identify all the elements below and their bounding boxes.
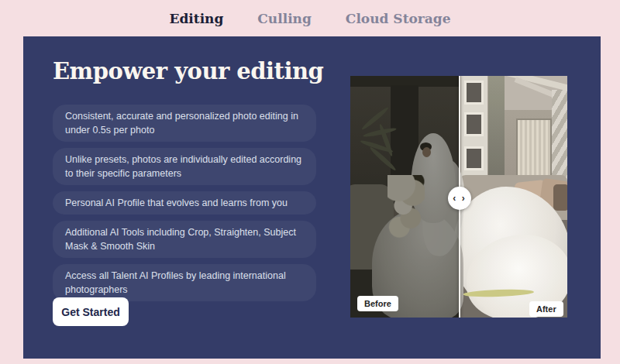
screen: { "colors": { "page_background": "#f5dfe… (0, 0, 620, 364)
feature-pill-ai-tools: Additional AI Tools including Crop, Stra… (53, 221, 316, 258)
hero-panel: Empower your editing Consistent, accurat… (23, 36, 601, 359)
feature-pill-individual-edits: Unlike presets, photos are individually … (53, 148, 316, 185)
before-badge: Before (357, 296, 398, 311)
before-dark-overlay (350, 76, 460, 318)
slider-handle[interactable]: ‹ › (448, 187, 471, 210)
page-title: Empower your editing (53, 58, 323, 84)
tab-editing[interactable]: Editing (169, 11, 223, 26)
get-started-button[interactable]: Get Started (53, 297, 129, 326)
top-navigation: Editing Culling Cloud Storage (0, 0, 620, 36)
before-after-comparison: ‹ › Before After (350, 76, 567, 318)
tab-culling[interactable]: Culling (257, 11, 312, 26)
feature-pill-talent-profiles: Access all Talent AI Profiles by leading… (53, 264, 316, 301)
chevron-left-right-icon: ‹ › (453, 193, 466, 204)
after-bright-overlay (460, 76, 567, 318)
feature-list: Consistent, accurate and personalized ph… (53, 105, 316, 301)
feature-pill-ai-profile: Personal AI Profile that evolves and lea… (53, 191, 316, 215)
tab-cloud-storage[interactable]: Cloud Storage (346, 11, 451, 26)
after-badge: After (529, 301, 563, 317)
feature-pill-speed: Consistent, accurate and personalized ph… (53, 105, 316, 142)
